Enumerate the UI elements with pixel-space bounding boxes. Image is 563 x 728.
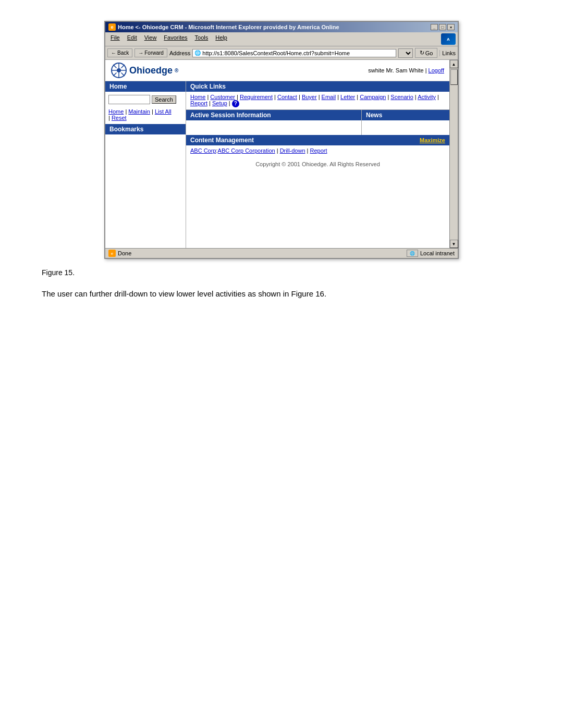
sidebar-home-header: Home — [105, 81, 186, 92]
back-arrow-icon: ← — [111, 50, 116, 56]
svg-line-7 — [121, 73, 125, 76]
close-button[interactable]: × — [447, 24, 455, 30]
ql-home[interactable]: Home — [190, 94, 205, 100]
ql-contact[interactable]: Contact — [277, 94, 297, 100]
minimize-button[interactable]: _ — [431, 24, 438, 30]
forward-button[interactable]: → Forward — [134, 48, 167, 57]
back-button[interactable]: ← Back — [107, 48, 132, 57]
status-bar: e Done 🌐 Local intranet — [105, 248, 458, 258]
forward-label: Forward — [144, 50, 164, 56]
refresh-icon: ↻ — [420, 50, 424, 56]
title-bar-left: e Home <- Ohioedge CRM - Microsoft Inter… — [108, 23, 339, 31]
done-text: Done — [118, 250, 131, 256]
figure-caption: Figure 15. — [42, 268, 542, 277]
zone-icon: 🌐 — [407, 250, 418, 257]
ohioedge-logo: Ohioedge® — [111, 62, 178, 79]
menu-view[interactable]: View — [141, 33, 160, 45]
quick-links-header: Quick Links — [186, 81, 449, 92]
address-bar: ← Back → Forward Address 🌐 http://s1:808… — [105, 46, 458, 60]
ql-customer[interactable]: Customer — [210, 94, 235, 100]
right-content: Quick Links Home | Customer | Requiremen… — [186, 81, 449, 248]
ql-setup[interactable]: Setup — [212, 100, 227, 106]
ql-report[interactable]: Report — [190, 100, 207, 106]
help-icon[interactable]: ? — [232, 100, 239, 107]
app-header: Ohioedge® swhite Mr. Sam White | Logoff — [105, 60, 449, 81]
menu-favorites[interactable]: Favorites — [161, 33, 190, 45]
sidebar-search-area: Search — [105, 92, 186, 107]
abc-corp-link[interactable]: ABC Corp — [190, 147, 216, 154]
left-sidebar: Home Search Home | Maintain | List All | — [105, 81, 186, 248]
browser-icon: e — [108, 23, 116, 31]
address-label: Address — [169, 50, 190, 56]
logoff-link[interactable]: Logoff — [429, 67, 444, 73]
menu-edit[interactable]: Edit — [124, 33, 140, 45]
maximize-button[interactable]: □ — [439, 24, 446, 30]
content-main: Ohioedge® swhite Mr. Sam White | Logoff … — [105, 60, 449, 248]
active-session-header: Active Session Information — [186, 110, 361, 120]
search-input[interactable] — [108, 95, 150, 104]
browser-content-area: Ohioedge® swhite Mr. Sam White | Logoff … — [105, 60, 458, 248]
scroll-down-arrow[interactable]: ▼ — [450, 240, 458, 248]
logo-text: Ohioedge — [129, 65, 173, 76]
scroll-up-arrow[interactable]: ▲ — [450, 60, 458, 68]
ql-campaign[interactable]: Campaign — [360, 94, 386, 100]
window-controls: _ □ × — [431, 24, 455, 30]
user-info: swhite Mr. Sam White | Logoff — [368, 67, 444, 73]
svg-line-9 — [113, 73, 116, 76]
menu-tools[interactable]: Tools — [192, 33, 212, 45]
sidebar-nav-links: Home | Maintain | List All | Reset — [105, 107, 186, 122]
report-link[interactable]: Report — [310, 147, 327, 154]
aol-logo: A — [441, 33, 456, 45]
menu-bar: File Edit View Favorites Tools Help A — [105, 32, 458, 46]
sidebar-listall-link[interactable]: List All — [155, 108, 172, 115]
status-right: 🌐 Local intranet — [407, 250, 455, 257]
logo-reg: ® — [175, 68, 178, 73]
go-label: Go — [425, 50, 433, 56]
sidebar-reset-link[interactable]: Reset — [112, 115, 127, 121]
zone-text: Local intranet — [420, 250, 455, 256]
svg-line-6 — [113, 65, 116, 68]
active-session-col: Active Session Information — [186, 110, 362, 135]
status-left: e Done — [108, 250, 131, 257]
window-title: Home <- Ohioedge CRM - Microsoft Interne… — [118, 24, 339, 30]
back-label: Back — [117, 50, 129, 56]
content-mgmt-body: ABC Corp:ABC Corp Corporation | Drill-do… — [186, 145, 449, 156]
news-col: News — [362, 110, 449, 135]
ql-requirement[interactable]: Requirement — [240, 94, 273, 100]
ie-status-icon: e — [108, 250, 116, 257]
ql-scenario[interactable]: Scenario — [390, 94, 413, 100]
copyright-text: Copyright © 2001 Ohioedge. All Rights Re… — [186, 156, 449, 172]
news-header: News — [362, 110, 449, 120]
scroll-thumb[interactable] — [450, 69, 458, 85]
maximize-link[interactable]: Maximize — [420, 137, 445, 143]
ql-activity[interactable]: Activity — [418, 94, 436, 100]
news-body — [362, 120, 449, 135]
search-button[interactable]: Search — [152, 95, 176, 104]
svg-point-1 — [117, 68, 121, 72]
links-button[interactable]: Links — [439, 50, 456, 56]
body-text: The user can further drill-down to view … — [42, 288, 381, 300]
content-mgmt-title: Content Management — [190, 137, 254, 144]
forward-arrow-icon: → — [138, 50, 143, 56]
quick-links-body: Home | Customer | Requirement | Contact … — [186, 92, 449, 110]
content-mgmt-header: Content Management Maximize — [186, 135, 449, 145]
menu-help[interactable]: Help — [212, 33, 230, 45]
sidebar-home-link[interactable]: Home — [108, 108, 124, 115]
ql-letter[interactable]: Letter — [340, 94, 355, 100]
drill-down-link[interactable]: Drill-down — [280, 147, 305, 154]
ql-email[interactable]: Email — [322, 94, 336, 100]
menu-file[interactable]: File — [107, 33, 123, 45]
ql-buyer[interactable]: Buyer — [302, 94, 317, 100]
app-layout: Home Search Home | Maintain | List All | — [105, 81, 449, 248]
sidebar-maintain-link[interactable]: Maintain — [128, 108, 150, 115]
abc-corp-full-link[interactable]: ABC Corp Corporation — [218, 147, 275, 154]
scroll-track — [450, 68, 458, 240]
svg-line-8 — [121, 65, 125, 68]
address-dropdown[interactable] — [398, 48, 413, 58]
scrollbar[interactable]: ▲ ▼ — [449, 60, 458, 248]
logo-wheel-icon — [111, 62, 127, 79]
user-name-text: swhite Mr. Sam White | — [368, 67, 426, 73]
go-button[interactable]: ↻ Go — [415, 48, 438, 58]
title-bar: e Home <- Ohioedge CRM - Microsoft Inter… — [105, 22, 458, 32]
address-input-container[interactable]: 🌐 http://s1:8080/SalesContextRoot/Home.c… — [192, 49, 396, 57]
